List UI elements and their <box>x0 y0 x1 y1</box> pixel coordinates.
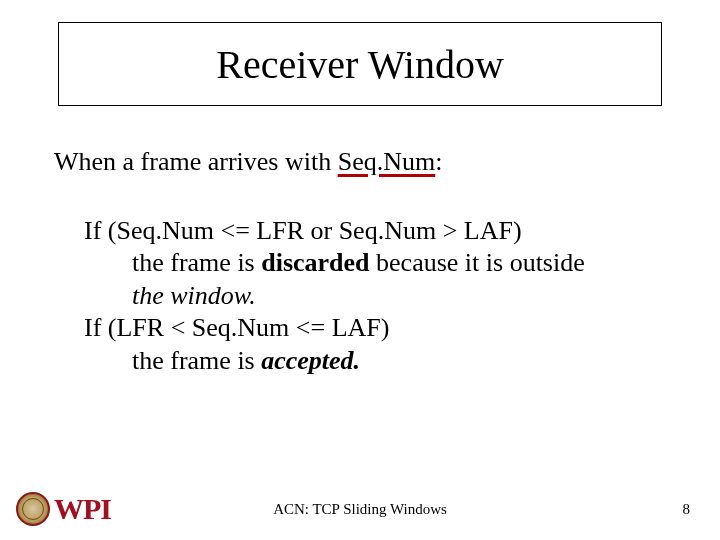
slide-title-box: Receiver Window <box>58 22 662 106</box>
cond1-line2: the frame is discarded because it is out… <box>84 247 666 280</box>
slide-title: Receiver Window <box>216 41 504 88</box>
intro-colon: : <box>435 147 442 176</box>
cond1-line3: the window. <box>84 280 666 313</box>
cond2-pre: the frame is <box>132 346 261 375</box>
cond1-post: because it is outside <box>370 248 585 277</box>
cond1-if: If (Seq.Num <= LFR or Seq.Num > LAF) <box>84 215 666 248</box>
intro-line: When a frame arrives with Seq.Num: <box>54 146 666 179</box>
cond2-bold: accepted. <box>261 346 360 375</box>
conditions-block: If (Seq.Num <= LFR or Seq.Num > LAF) the… <box>54 215 666 378</box>
slide-body: When a frame arrives with Seq.Num: If (S… <box>54 146 666 377</box>
intro-seqnum: Seq.Num <box>338 147 436 176</box>
cond1-bold: discarded <box>261 248 369 277</box>
cond2-if: If (LFR < Seq.Num <= LAF) <box>84 312 666 345</box>
cond2-line2: the frame is accepted. <box>84 345 666 378</box>
page-number: 8 <box>683 501 691 518</box>
intro-prefix: When a frame arrives with <box>54 147 338 176</box>
footer-text: ACN: TCP Sliding Windows <box>0 501 720 518</box>
cond1-pre: the frame is <box>132 248 261 277</box>
slide: Receiver Window When a frame arrives wit… <box>0 0 720 540</box>
